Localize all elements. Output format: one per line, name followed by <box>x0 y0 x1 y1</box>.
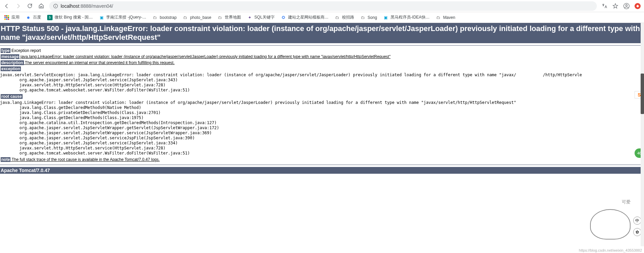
type-label: type <box>1 48 10 53</box>
bookmark-label: bootstrap <box>160 15 177 20</box>
bookmark-label: SQL关键字 <box>254 15 275 20</box>
bookmark-label: 微软 Bing 搜索 - 国… <box>55 15 93 20</box>
folder-icon: 🗀 <box>360 15 366 20</box>
bookmark-baidu[interactable]: ☻ 百度 <box>26 15 41 20</box>
bookmark-label: Maven <box>443 15 455 20</box>
bookmarks-bar: 应用 ☻ 百度 b 微软 Bing 搜索 - 国… ▣ 李南江亲授 -jQuer… <box>0 12 644 23</box>
translate-icon[interactable] <box>602 3 608 9</box>
type-line: type Exception report <box>0 48 644 54</box>
bookmark-jianzhan[interactable]: ✪ 建站之星网站模板商… <box>281 15 329 20</box>
description-value: The server encountered an internal error… <box>24 60 175 65</box>
home-button[interactable] <box>38 3 44 9</box>
scrollbar-thumb[interactable] <box>641 74 644 114</box>
scrollbar[interactable] <box>641 23 644 174</box>
description-line: description The server encountered an in… <box>0 60 644 66</box>
bookmark-maven[interactable]: 🗀 Maven <box>436 15 455 20</box>
bookmark-bing[interactable]: b 微软 Bing 搜索 - 国… <box>47 15 93 20</box>
error-page: HTTP Status 500 - java.lang.LinkageError… <box>0 23 644 174</box>
separator <box>0 45 644 46</box>
bookmark-label: photo_base <box>190 15 211 20</box>
sql-icon: ✦ <box>247 15 252 20</box>
note-label: note <box>1 157 10 162</box>
message-value: java.lang.LinkageError: loader constrain… <box>19 54 391 59</box>
description-label: description <box>1 60 24 65</box>
folder-icon: 🗀 <box>152 15 158 20</box>
bookmark-label: 校招路 <box>342 15 354 20</box>
extension-icon[interactable]: ◆ <box>635 3 641 9</box>
bookmark-label: 李南江亲授 -jQuery-… <box>106 15 146 20</box>
note-line: note The full stack trace of the root ca… <box>0 157 644 163</box>
bookmark-label: 黑马程序员-IDEA快… <box>391 15 430 20</box>
message-label: message <box>1 54 19 59</box>
folder-icon: 🗀 <box>217 15 223 20</box>
toolbar-right: ◆ <box>602 3 641 9</box>
bilibili-icon: ▣ <box>99 15 104 20</box>
exception-trace: javax.servlet.ServletException: java.lan… <box>0 72 644 93</box>
url-text: localhost:8888/maven04/ <box>61 3 113 9</box>
message-line: message java.lang.LinkageError: loader c… <box>0 54 644 60</box>
bookmark-xiaozhao[interactable]: 🗀 校招路 <box>335 15 354 20</box>
exception-label: exception <box>1 66 21 71</box>
type-value: Exception report <box>10 48 41 53</box>
bookmark-label: 应用 <box>11 15 20 20</box>
bookmark-label: 建站之星网站模板商… <box>288 15 329 20</box>
bookmark-label: 世界地图 <box>225 15 241 20</box>
bookmark-label: Song <box>368 15 377 20</box>
bookmark-photo-base[interactable]: 🗀 photo_base <box>183 15 211 20</box>
rootcause-trace: java.lang.LinkageError: loader constrain… <box>0 100 644 157</box>
status-title: HTTP Status 500 - java.lang.LinkageError… <box>0 23 644 43</box>
bookmark-apps[interactable]: 应用 <box>4 15 20 20</box>
folder-icon: 🗀 <box>335 15 340 20</box>
bookmark-heima[interactable]: ▣ 黑马程序员-IDEA快… <box>383 15 430 20</box>
bing-icon: b <box>47 15 53 20</box>
rootcause-label: root cause <box>1 94 23 99</box>
star-site-icon: ✪ <box>281 15 286 20</box>
bookmark-song[interactable]: 🗀 Song <box>360 15 377 20</box>
profile-icon[interactable] <box>623 3 630 9</box>
separator <box>0 165 644 165</box>
reload-button[interactable] <box>26 3 33 9</box>
bookmark-sql[interactable]: ✦ SQL关键字 <box>247 15 275 20</box>
bilibili-icon: ▣ <box>383 15 389 20</box>
rootcause-line: root cause <box>0 93 644 100</box>
browser-toolbar: localhost:8888/maven04/ ◆ <box>0 0 644 12</box>
star-icon[interactable] <box>612 3 618 9</box>
info-icon <box>53 4 58 8</box>
folder-icon: 🗀 <box>183 15 188 20</box>
bookmark-label: 百度 <box>33 15 41 20</box>
baidu-icon: ☻ <box>26 15 31 20</box>
bookmark-bootstrap[interactable]: 🗀 bootstrap <box>152 15 177 20</box>
folder-icon: 🗀 <box>436 15 441 20</box>
bookmark-worldmap[interactable]: 🗀 世界地图 <box>217 15 241 20</box>
svg-point-2 <box>55 5 56 5</box>
bookmark-jquery[interactable]: ▣ 李南江亲授 -jQuery-… <box>99 15 146 20</box>
apps-icon <box>4 15 9 20</box>
forward-button[interactable] <box>15 3 22 9</box>
svg-point-4 <box>626 4 627 6</box>
back-button[interactable] <box>3 3 10 9</box>
url-bar[interactable]: localhost:8888/maven04/ <box>49 1 597 11</box>
exception-line: exception <box>0 66 644 72</box>
tomcat-footer: Apache Tomcat/7.0.47 <box>0 167 644 174</box>
note-value: The full stack trace of the root cause i… <box>10 157 159 162</box>
